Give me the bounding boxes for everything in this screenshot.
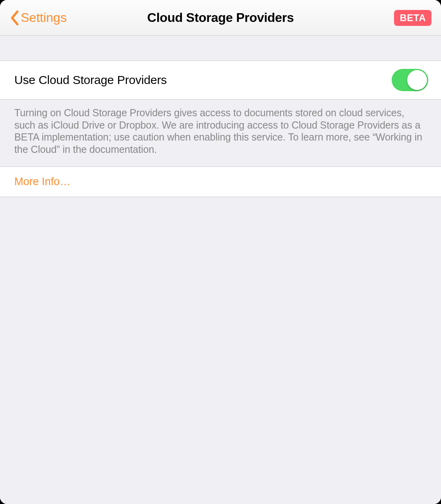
chevron-left-icon bbox=[10, 10, 20, 26]
more-info-button[interactable]: More Info… bbox=[0, 166, 441, 197]
settings-window: Settings Cloud Storage Providers BETA Us… bbox=[0, 0, 441, 504]
use-cloud-storage-row: Use Cloud Storage Providers bbox=[0, 61, 441, 100]
beta-badge: BETA bbox=[394, 10, 431, 26]
content-area: Use Cloud Storage Providers Turning on C… bbox=[0, 36, 441, 504]
page-title: Cloud Storage Providers bbox=[147, 10, 294, 25]
header-bar: Settings Cloud Storage Providers BETA bbox=[0, 0, 441, 36]
use-cloud-storage-label: Use Cloud Storage Providers bbox=[14, 73, 167, 87]
cloud-storage-description: Turning on Cloud Storage Providers gives… bbox=[0, 100, 441, 166]
more-info-label: More Info… bbox=[14, 176, 70, 188]
use-cloud-storage-toggle[interactable] bbox=[392, 69, 428, 91]
section-spacer bbox=[0, 36, 441, 61]
back-button[interactable]: Settings bbox=[10, 10, 67, 26]
switch-knob bbox=[407, 70, 427, 90]
back-button-label: Settings bbox=[21, 10, 67, 25]
